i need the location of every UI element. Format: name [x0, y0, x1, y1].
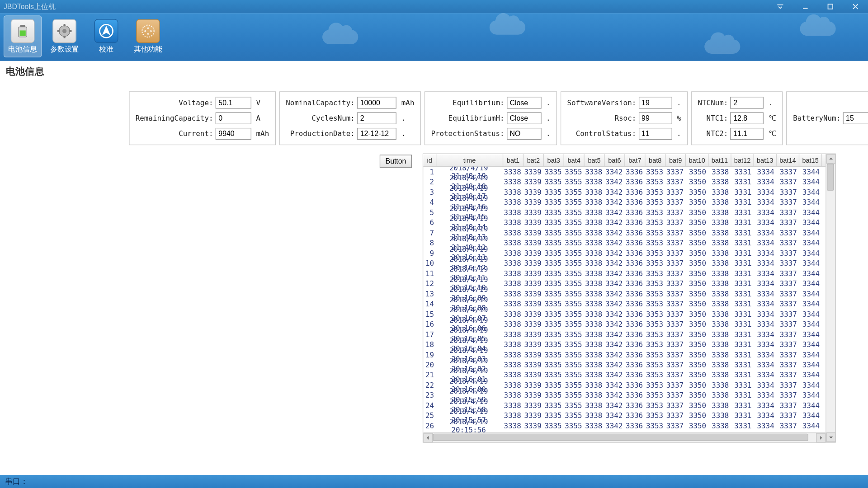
grid-header-cell[interactable]: id — [423, 154, 436, 166]
cell-bat: 3339 — [524, 422, 544, 430]
grid-header-cell[interactable]: bat4 — [564, 154, 585, 166]
cell-bat: 3355 — [564, 208, 585, 217]
field-input[interactable] — [357, 97, 396, 108]
field-input[interactable] — [638, 97, 672, 108]
cell-bat: 3331 — [731, 381, 754, 389]
grid-header-cell[interactable]: bat13 — [754, 154, 777, 166]
field-input[interactable] — [357, 113, 396, 124]
cell-bat: 3338 — [708, 310, 731, 318]
cell-bat: 3337 — [665, 239, 686, 247]
cell-bat: 3338 — [503, 320, 524, 328]
cell-bat: 3331 — [731, 422, 754, 430]
grid-header-cell[interactable]: bat15 — [799, 154, 822, 166]
action-button[interactable]: Button — [380, 155, 412, 168]
ribbon-item-battery[interactable]: 电池信息 — [4, 15, 42, 57]
grid-header-cell[interactable]: bat9 — [665, 154, 686, 166]
grid-header-cell[interactable]: time — [436, 154, 503, 166]
cell-id: 23 — [423, 391, 436, 399]
grid-header-cell[interactable]: bat14 — [777, 154, 799, 166]
cell-bat: 3337 — [777, 361, 799, 369]
maximize-button[interactable] — [818, 0, 843, 13]
cell-bat: 3339 — [524, 330, 544, 338]
grid-header-cell[interactable]: bat12 — [731, 154, 754, 166]
scroll-down-icon[interactable] — [826, 432, 836, 442]
cell-bat: 3331 — [731, 371, 754, 379]
grid-header-cell[interactable]: bat1 — [503, 154, 524, 166]
cell-bat: 3338 — [585, 208, 605, 217]
cell-bat: 3353 — [645, 279, 665, 288]
cell-bat: 3336 — [625, 279, 646, 288]
cell-bat: 3350 — [686, 188, 708, 197]
dropdown-button[interactable] — [768, 0, 793, 13]
cell-bat: 3338 — [585, 218, 605, 227]
table-row[interactable]: 262018/4/19 20:15:5633383339333533553338… — [423, 421, 826, 431]
field-input[interactable] — [507, 128, 542, 140]
ribbon-item-other[interactable]: 其他功能 — [129, 15, 167, 57]
field-input[interactable] — [731, 97, 764, 108]
cell-bat: 3337 — [665, 269, 686, 278]
field-input[interactable] — [357, 128, 396, 140]
field-input[interactable] — [216, 128, 251, 140]
cell-bat: 3338 — [708, 371, 731, 379]
grid-scroll-vertical[interactable] — [826, 154, 835, 442]
cell-bat: 3338 — [503, 229, 524, 237]
scroll-left-icon[interactable] — [423, 433, 433, 442]
cell-bat: 3344 — [799, 208, 822, 217]
cell-bat: 3344 — [799, 279, 822, 288]
grid-header-cell[interactable]: bat3 — [544, 154, 564, 166]
field-input[interactable] — [507, 113, 542, 124]
cell-bat: 3338 — [585, 300, 605, 308]
field-input[interactable] — [731, 128, 764, 140]
cell-bat: 3335 — [544, 259, 564, 267]
cell-bat: 3353 — [645, 269, 665, 278]
cell-bat: 3342 — [605, 279, 625, 288]
cell-bat: 3338 — [585, 350, 605, 359]
cell-bat: 3355 — [564, 279, 585, 288]
minimize-button[interactable] — [793, 0, 818, 13]
cell-id: 6 — [423, 218, 436, 227]
grid-header-cell[interactable]: bat6 — [605, 154, 625, 166]
cell-id: 18 — [423, 340, 436, 349]
grid-header-cell[interactable]: bat10 — [686, 154, 708, 166]
cell-bat: 3338 — [708, 330, 731, 338]
cell-bat: 3338 — [503, 391, 524, 399]
cell-bat: 3339 — [524, 188, 544, 197]
cell-bat: 3335 — [544, 239, 564, 247]
cell-bat: 3350 — [686, 401, 708, 410]
grid-header-cell[interactable]: bat2 — [524, 154, 544, 166]
cell-time: 2018/4/19 20:15:56 — [436, 417, 503, 432]
cell-bat: 3350 — [686, 371, 708, 379]
field-input[interactable] — [507, 97, 542, 108]
field-input[interactable] — [216, 97, 251, 108]
cell-bat: 3344 — [799, 300, 822, 308]
cell-bat: 3336 — [625, 340, 646, 349]
grid-header-cell[interactable]: bat7 — [625, 154, 646, 166]
cell-bat: 3338 — [708, 188, 731, 197]
cell-bat: 3336 — [625, 229, 646, 237]
field-input[interactable] — [843, 113, 868, 124]
cell-bat: 3350 — [686, 340, 708, 349]
scroll-up-icon[interactable] — [826, 154, 836, 164]
cell-bat: 3339 — [524, 381, 544, 389]
cell-bat: 3339 — [524, 229, 544, 237]
field-input[interactable] — [216, 113, 251, 124]
field-label: CyclesNum: — [286, 114, 355, 122]
cell-bat: 3338 — [708, 239, 731, 247]
ribbon-item-params[interactable]: 参数设置 — [45, 15, 84, 57]
ribbon-item-calib[interactable]: 校准 — [87, 15, 126, 57]
field-input[interactable] — [638, 128, 672, 140]
close-button[interactable] — [843, 0, 868, 13]
status-serial-label: 串口： — [5, 476, 28, 487]
grid-header-cell[interactable]: bat11 — [708, 154, 731, 166]
grid-header-cell[interactable]: bat8 — [645, 154, 665, 166]
grid-header-cell[interactable]: bat5 — [585, 154, 605, 166]
cell-bat: 3339 — [524, 391, 544, 399]
scroll-right-icon[interactable] — [816, 433, 826, 442]
cell-id: 15 — [423, 310, 436, 318]
field-input[interactable] — [731, 113, 764, 124]
field-input[interactable] — [638, 113, 672, 124]
grid-scroll-horizontal[interactable] — [423, 432, 826, 442]
cell-bat: 3338 — [503, 300, 524, 308]
cell-bat: 3335 — [544, 401, 564, 410]
cell-bat: 3337 — [777, 188, 799, 197]
